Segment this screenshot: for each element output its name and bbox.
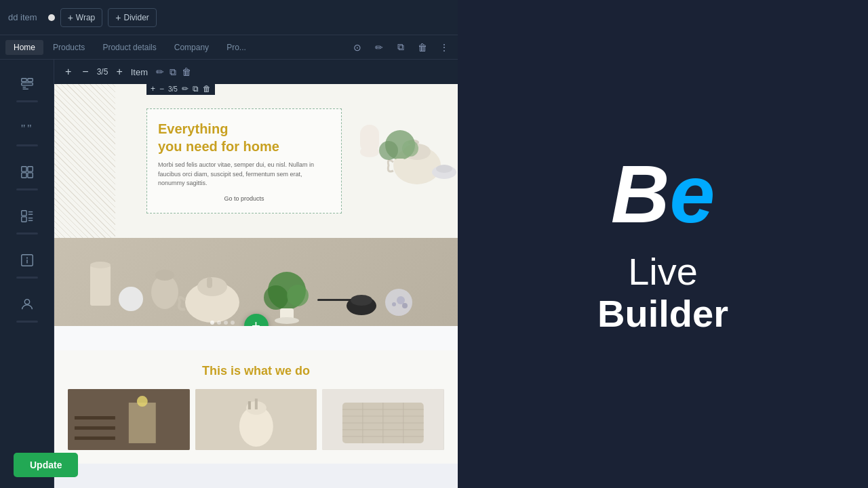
sidebar-icon-group-3 <box>0 153 54 195</box>
item-toolbar: + − 3/5 + Item ✏ ⧉ 🗑 <box>54 60 458 84</box>
grid-icon-btn[interactable] <box>12 157 42 187</box>
svg-point-48 <box>351 295 372 306</box>
tab-products[interactable]: Products <box>45 40 93 55</box>
add-new-item-btn[interactable]: + <box>113 64 125 79</box>
wrap-button[interactable]: + Wrap <box>60 8 103 27</box>
hero-right-decor <box>336 84 458 238</box>
quote-icon-btn[interactable]: " " <box>12 113 42 143</box>
sidebar-divider-6 <box>16 321 38 323</box>
tab-product-details[interactable]: Product details <box>94 40 164 55</box>
hero-title: Everything you need for home <box>158 120 330 155</box>
builder-panel: dd item + Wrap + Divider Home Products P… <box>0 0 458 488</box>
sidebar-icons: " " <box>0 60 54 488</box>
svg-point-56 <box>231 321 235 325</box>
svg-point-54 <box>217 321 221 325</box>
copy-nav-icon[interactable]: ⧉ <box>393 39 409 56</box>
website-preview: + − 3/5 ✏ ⧉ 🗑 Everything you need for ho… <box>54 84 458 464</box>
logo-letter-b: B <box>611 153 670 235</box>
svg-rect-30 <box>395 159 405 172</box>
svg-point-55 <box>224 321 228 325</box>
svg-point-50 <box>397 296 405 304</box>
remove-item-toolbar-btn[interactable]: − <box>79 64 91 79</box>
photo-strip: + 👆 <box>54 238 458 326</box>
list-icon-btn[interactable] <box>12 201 42 231</box>
svg-point-32 <box>436 165 452 173</box>
svg-point-43 <box>287 285 309 306</box>
svg-text:": " <box>27 122 32 135</box>
item-label[interactable]: Item <box>131 67 148 77</box>
hero-content: + − 3/5 ✏ ⧉ 🗑 Everything you need for ho… <box>136 98 353 224</box>
item-toolbar-actions: ✏ ⧉ 🗑 <box>156 66 191 78</box>
svg-rect-40 <box>207 277 212 288</box>
nav-tabs: Home Products Product details Company Pr… <box>0 35 458 60</box>
svg-point-42 <box>264 285 288 310</box>
what-we-do-section: This is what we do <box>54 350 458 464</box>
update-button[interactable]: Update <box>14 453 78 477</box>
add-item-toolbar-btn[interactable]: + <box>62 64 74 79</box>
sidebar-icon-group-2: " " <box>0 109 54 150</box>
delete-icon[interactable]: 🗑 <box>182 66 191 78</box>
person-icon-btn[interactable] <box>12 289 42 319</box>
svg-rect-60 <box>75 436 115 439</box>
hero-delete-btn[interactable]: 🗑 <box>203 84 211 94</box>
what-we-do-title: This is what we do <box>68 364 444 378</box>
plus-icon: + <box>68 12 73 23</box>
svg-rect-67 <box>254 399 257 409</box>
delete-nav-icon[interactable]: 🗑 <box>414 39 431 56</box>
tab-more[interactable]: Pro... <box>218 40 254 55</box>
svg-rect-10 <box>27 173 32 178</box>
strip-spacer <box>54 326 458 350</box>
duplicate-icon[interactable]: ⧉ <box>170 66 176 78</box>
svg-point-37 <box>155 270 174 281</box>
live-builder-text: Live Builder <box>597 251 728 334</box>
svg-point-35 <box>119 287 143 311</box>
svg-text:": " <box>20 122 25 135</box>
more-nav-icon[interactable]: ⋮ <box>436 39 452 56</box>
tab-company[interactable]: Company <box>166 40 217 55</box>
branding-panel: B e Live Builder <box>458 0 868 488</box>
svg-rect-7 <box>21 167 26 171</box>
hero-plus-btn[interactable]: + <box>151 84 155 94</box>
hero-section: + − 3/5 ✏ ⧉ 🗑 Everything you need for ho… <box>54 84 458 238</box>
photo-strip-bg <box>54 238 458 326</box>
top-toolbar: dd item + Wrap + Divider <box>0 0 458 35</box>
hero-edit-btn[interactable]: ✏ <box>182 84 189 94</box>
edit-icon[interactable]: ✏ <box>156 66 164 78</box>
be-logo: B e <box>611 153 715 235</box>
canvas-area[interactable]: + − 3/5 + Item ✏ ⧉ 🗑 <box>54 60 458 488</box>
gallery-item-1 <box>68 389 190 450</box>
svg-rect-8 <box>27 167 32 171</box>
edit-nav-icon[interactable]: ✏ <box>371 39 387 56</box>
hero-content-box: Everything you need for home Morbi sed f… <box>146 108 342 214</box>
svg-rect-1 <box>27 79 32 82</box>
svg-point-53 <box>210 321 214 325</box>
add-item-label: dd item <box>8 12 37 22</box>
divider-button[interactable]: + Divider <box>108 8 157 27</box>
hero-counter: 3/5 <box>168 85 178 93</box>
svg-rect-58 <box>75 416 115 420</box>
status-dot <box>48 14 55 21</box>
svg-point-20 <box>24 300 29 304</box>
hero-cta[interactable]: Go to products <box>158 195 330 202</box>
svg-rect-11 <box>21 211 26 216</box>
svg-rect-59 <box>75 426 115 429</box>
hero-body: Morbi sed felis auctor vitae, semper dui… <box>158 161 330 188</box>
svg-rect-33 <box>90 265 111 306</box>
gallery-item-3 <box>322 389 444 450</box>
hero-minus-btn[interactable]: − <box>159 84 164 94</box>
svg-point-52 <box>402 303 408 308</box>
hero-copy-btn[interactable]: ⧉ <box>193 84 199 94</box>
nav-actions: ⊙ ✏ ⧉ 🗑 ⋮ <box>349 39 452 56</box>
plus-icon-2: + <box>115 12 121 23</box>
sidebar-divider-5 <box>16 277 38 279</box>
sidebar-icon-group-1 <box>0 65 54 106</box>
svg-rect-26 <box>360 125 379 153</box>
builder-content: " " <box>0 60 458 488</box>
tab-home[interactable]: Home <box>5 40 43 55</box>
layout-icon-btn[interactable] <box>12 69 42 99</box>
item-counter: 3/5 <box>97 67 108 77</box>
info-icon-btn[interactable] <box>12 245 42 275</box>
svg-point-28 <box>379 141 398 160</box>
info-nav-icon[interactable]: ⊙ <box>349 39 366 56</box>
svg-rect-61 <box>129 403 156 443</box>
